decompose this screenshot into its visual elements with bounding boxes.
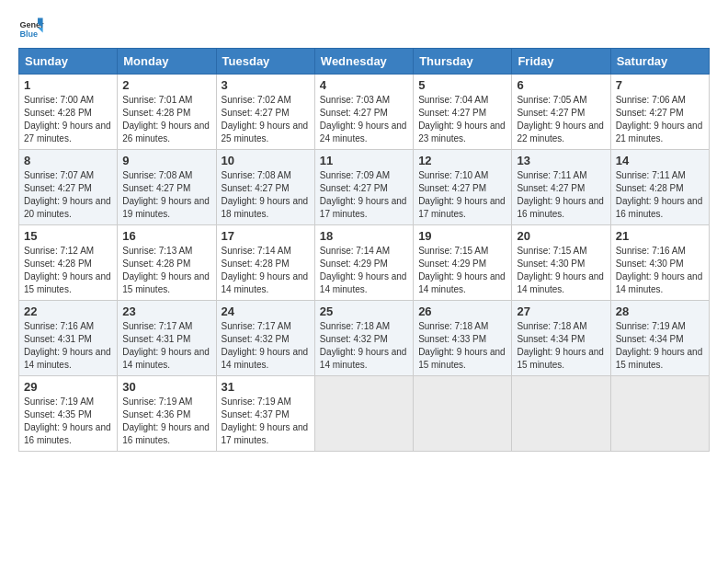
- empty-cell: [414, 376, 512, 452]
- day-cell-20: 20Sunrise: 7:15 AMSunset: 4:30 PMDayligh…: [512, 225, 610, 301]
- day-cell-15: 15Sunrise: 7:12 AMSunset: 4:28 PMDayligh…: [19, 225, 118, 301]
- header-day-sunday: Sunday: [19, 49, 118, 75]
- day-number: 31: [222, 380, 310, 394]
- day-info: Sunrise: 7:14 AMSunset: 4:28 PMDaylight:…: [222, 246, 309, 294]
- day-number: 5: [418, 78, 506, 92]
- day-number: 3: [222, 78, 310, 92]
- day-number: 25: [320, 304, 408, 318]
- day-cell-22: 22Sunrise: 7:16 AMSunset: 4:31 PMDayligh…: [19, 301, 118, 376]
- day-cell-8: 8Sunrise: 7:07 AMSunset: 4:27 PMDaylight…: [19, 150, 118, 225]
- calendar-week-1: 1Sunrise: 7:00 AMSunset: 4:28 PMDaylight…: [19, 75, 710, 150]
- day-number: 11: [320, 154, 408, 167]
- day-cell-13: 13Sunrise: 7:11 AMSunset: 4:27 PMDayligh…: [512, 150, 610, 225]
- day-info: Sunrise: 7:09 AMSunset: 4:27 PMDaylight:…: [320, 170, 407, 219]
- day-cell-29: 29Sunrise: 7:19 AMSunset: 4:35 PMDayligh…: [19, 376, 118, 452]
- day-cell-17: 17Sunrise: 7:14 AMSunset: 4:28 PMDayligh…: [216, 225, 314, 301]
- day-number: 18: [320, 229, 408, 243]
- day-info: Sunrise: 7:05 AMSunset: 4:27 PMDaylight:…: [517, 95, 604, 144]
- logo-icon: General Blue: [18, 15, 44, 40]
- day-number: 23: [122, 304, 210, 318]
- logo: General Blue: [18, 15, 44, 40]
- day-number: 13: [517, 154, 605, 167]
- svg-text:Blue: Blue: [19, 29, 38, 39]
- day-number: 9: [122, 154, 210, 167]
- day-info: Sunrise: 7:16 AMSunset: 4:31 PMDaylight:…: [24, 321, 111, 370]
- day-cell-7: 7Sunrise: 7:06 AMSunset: 4:27 PMDaylight…: [610, 75, 709, 150]
- day-cell-18: 18Sunrise: 7:14 AMSunset: 4:29 PMDayligh…: [314, 225, 413, 301]
- day-number: 10: [222, 154, 310, 167]
- day-info: Sunrise: 7:19 AMSunset: 4:35 PMDaylight:…: [24, 396, 111, 445]
- day-number: 12: [418, 154, 506, 167]
- day-number: 15: [24, 229, 112, 243]
- day-number: 16: [122, 229, 210, 243]
- empty-cell: [314, 376, 413, 452]
- day-cell-14: 14Sunrise: 7:11 AMSunset: 4:28 PMDayligh…: [610, 150, 709, 225]
- day-info: Sunrise: 7:19 AMSunset: 4:34 PMDaylight:…: [616, 321, 703, 370]
- day-cell-4: 4Sunrise: 7:03 AMSunset: 4:27 PMDaylight…: [314, 75, 413, 150]
- svg-marker-3: [38, 28, 43, 33]
- day-cell-2: 2Sunrise: 7:01 AMSunset: 4:28 PMDaylight…: [118, 75, 216, 150]
- day-number: 28: [616, 304, 704, 318]
- calendar-week-3: 15Sunrise: 7:12 AMSunset: 4:28 PMDayligh…: [19, 225, 710, 301]
- empty-cell: [610, 376, 709, 452]
- day-number: 7: [616, 78, 704, 92]
- header-day-wednesday: Wednesday: [314, 49, 413, 75]
- day-info: Sunrise: 7:07 AMSunset: 4:27 PMDaylight:…: [24, 170, 111, 219]
- day-cell-25: 25Sunrise: 7:18 AMSunset: 4:32 PMDayligh…: [314, 301, 413, 376]
- day-cell-28: 28Sunrise: 7:19 AMSunset: 4:34 PMDayligh…: [610, 301, 709, 376]
- day-info: Sunrise: 7:06 AMSunset: 4:27 PMDaylight:…: [616, 95, 703, 144]
- day-info: Sunrise: 7:08 AMSunset: 4:27 PMDaylight:…: [222, 170, 309, 219]
- empty-cell: [512, 376, 610, 452]
- header-day-saturday: Saturday: [610, 49, 709, 75]
- calendar-week-4: 22Sunrise: 7:16 AMSunset: 4:31 PMDayligh…: [19, 301, 710, 376]
- day-number: 8: [24, 154, 112, 167]
- day-cell-5: 5Sunrise: 7:04 AMSunset: 4:27 PMDaylight…: [414, 75, 512, 150]
- day-info: Sunrise: 7:11 AMSunset: 4:28 PMDaylight:…: [616, 170, 703, 219]
- day-number: 17: [222, 229, 310, 243]
- day-info: Sunrise: 7:18 AMSunset: 4:33 PMDaylight:…: [418, 321, 506, 370]
- day-cell-16: 16Sunrise: 7:13 AMSunset: 4:28 PMDayligh…: [118, 225, 216, 301]
- day-cell-9: 9Sunrise: 7:08 AMSunset: 4:27 PMDaylight…: [118, 150, 216, 225]
- day-cell-1: 1Sunrise: 7:00 AMSunset: 4:28 PMDaylight…: [19, 75, 118, 150]
- day-info: Sunrise: 7:01 AMSunset: 4:28 PMDaylight:…: [122, 95, 210, 144]
- day-cell-3: 3Sunrise: 7:02 AMSunset: 4:27 PMDaylight…: [216, 75, 314, 150]
- day-info: Sunrise: 7:17 AMSunset: 4:32 PMDaylight:…: [222, 321, 309, 370]
- day-cell-31: 31Sunrise: 7:19 AMSunset: 4:37 PMDayligh…: [216, 376, 314, 452]
- day-number: 27: [517, 304, 605, 318]
- day-info: Sunrise: 7:10 AMSunset: 4:27 PMDaylight:…: [418, 170, 506, 219]
- calendar-week-5: 29Sunrise: 7:19 AMSunset: 4:35 PMDayligh…: [19, 376, 710, 452]
- day-number: 19: [418, 229, 506, 243]
- day-info: Sunrise: 7:03 AMSunset: 4:27 PMDaylight:…: [320, 95, 407, 144]
- day-number: 24: [222, 304, 310, 318]
- day-cell-6: 6Sunrise: 7:05 AMSunset: 4:27 PMDaylight…: [512, 75, 610, 150]
- calendar-table: SundayMondayTuesdayWednesdayThursdayFrid…: [18, 48, 710, 452]
- day-info: Sunrise: 7:18 AMSunset: 4:34 PMDaylight:…: [517, 321, 604, 370]
- header-day-thursday: Thursday: [414, 49, 512, 75]
- day-number: 2: [122, 78, 210, 92]
- day-info: Sunrise: 7:15 AMSunset: 4:29 PMDaylight:…: [418, 246, 506, 294]
- day-info: Sunrise: 7:19 AMSunset: 4:36 PMDaylight:…: [122, 396, 210, 445]
- day-info: Sunrise: 7:00 AMSunset: 4:28 PMDaylight:…: [24, 95, 111, 144]
- day-cell-10: 10Sunrise: 7:08 AMSunset: 4:27 PMDayligh…: [216, 150, 314, 225]
- day-number: 4: [320, 78, 408, 92]
- day-cell-27: 27Sunrise: 7:18 AMSunset: 4:34 PMDayligh…: [512, 301, 610, 376]
- day-cell-30: 30Sunrise: 7:19 AMSunset: 4:36 PMDayligh…: [118, 376, 216, 452]
- day-info: Sunrise: 7:02 AMSunset: 4:27 PMDaylight:…: [222, 95, 309, 144]
- day-info: Sunrise: 7:19 AMSunset: 4:37 PMDaylight:…: [222, 396, 309, 445]
- day-number: 22: [24, 304, 112, 318]
- day-info: Sunrise: 7:11 AMSunset: 4:27 PMDaylight:…: [517, 170, 604, 219]
- day-cell-21: 21Sunrise: 7:16 AMSunset: 4:30 PMDayligh…: [610, 225, 709, 301]
- header-row: SundayMondayTuesdayWednesdayThursdayFrid…: [19, 49, 710, 75]
- day-cell-26: 26Sunrise: 7:18 AMSunset: 4:33 PMDayligh…: [414, 301, 512, 376]
- header: General Blue: [18, 15, 710, 40]
- day-number: 21: [616, 229, 704, 243]
- day-info: Sunrise: 7:08 AMSunset: 4:27 PMDaylight:…: [122, 170, 210, 219]
- day-number: 26: [418, 304, 506, 318]
- day-info: Sunrise: 7:17 AMSunset: 4:31 PMDaylight:…: [122, 321, 210, 370]
- day-number: 14: [616, 154, 704, 167]
- day-info: Sunrise: 7:12 AMSunset: 4:28 PMDaylight:…: [24, 246, 111, 294]
- day-cell-12: 12Sunrise: 7:10 AMSunset: 4:27 PMDayligh…: [414, 150, 512, 225]
- header-day-monday: Monday: [118, 49, 216, 75]
- day-number: 29: [24, 380, 112, 394]
- day-number: 30: [122, 380, 210, 394]
